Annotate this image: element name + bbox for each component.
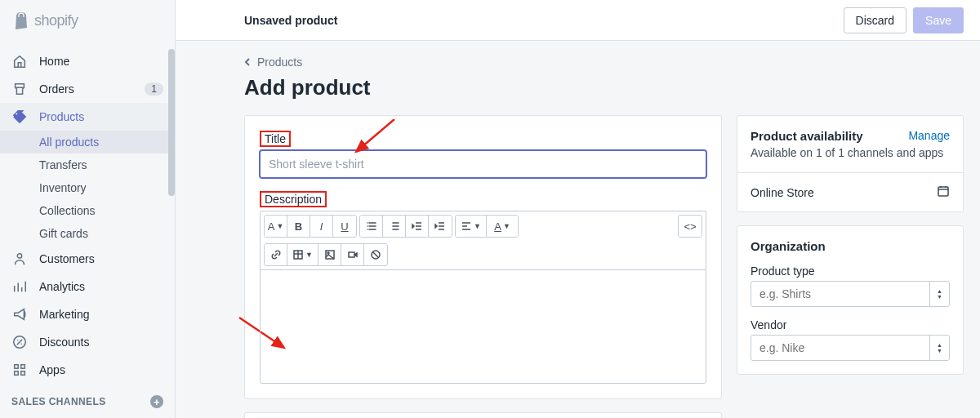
- availability-card: Product availability Manage Available on…: [737, 115, 964, 212]
- channel-label: Online Store: [751, 186, 814, 199]
- svg-rect-6: [21, 371, 25, 376]
- sales-channels-header: SALES CHANNELS +: [0, 384, 175, 413]
- orders-icon: [11, 81, 28, 97]
- subnav-all-products[interactable]: All products: [0, 131, 175, 153]
- side-column: Product availability Manage Available on…: [737, 115, 964, 418]
- shopify-bag-icon: [13, 11, 29, 29]
- rte-bullet-list-button[interactable]: [360, 216, 383, 237]
- add-channel-button[interactable]: +: [150, 395, 163, 408]
- description-group: Description A▼ B I U: [260, 191, 706, 384]
- rte-outdent-button[interactable]: [406, 216, 429, 237]
- rte-align-dropdown[interactable]: ▼: [456, 216, 487, 237]
- rte-number-list-button[interactable]: [383, 216, 406, 237]
- nav-label: Orders: [39, 82, 133, 96]
- next-card-stub: [244, 412, 722, 418]
- main: Unsaved product Discard Save Products Ad…: [176, 0, 980, 418]
- svg-point-1: [17, 254, 21, 258]
- nav-online-store[interactable]: Online Store: [0, 413, 175, 418]
- nav-customers[interactable]: Customers: [0, 245, 175, 273]
- topbar: Unsaved product Discard Save: [176, 0, 980, 41]
- brand-text: shopify: [34, 12, 78, 29]
- customers-icon: [11, 251, 28, 267]
- svg-point-0: [16, 113, 18, 115]
- svg-point-10: [327, 252, 329, 254]
- rte-html-button[interactable]: <>: [679, 216, 702, 237]
- nav-label: Analytics: [39, 280, 163, 293]
- availability-title: Product availability: [751, 129, 863, 143]
- title-description-card: Title Description A▼ B: [244, 115, 722, 399]
- calendar-icon[interactable]: [937, 185, 950, 200]
- marketing-icon: [11, 306, 28, 322]
- unsaved-indicator: Unsaved product: [244, 14, 337, 27]
- availability-subtext: Available on 1 of 1 channels and apps: [751, 146, 950, 159]
- nav-orders[interactable]: Orders 1: [0, 75, 175, 103]
- nav-label: Apps: [39, 363, 163, 376]
- topbar-actions: Discard Save: [844, 7, 964, 33]
- apps-icon: [11, 362, 28, 378]
- nav-marketing[interactable]: Marketing: [0, 300, 175, 328]
- section-header-label: SALES CHANNELS: [11, 396, 106, 407]
- rte-table-dropdown[interactable]: ▼: [287, 244, 318, 265]
- nav-products[interactable]: Products: [0, 103, 175, 131]
- nav-apps[interactable]: Apps: [0, 356, 175, 384]
- analytics-icon: [11, 278, 28, 295]
- rte-color-dropdown[interactable]: A▼: [487, 216, 518, 237]
- nav-label: Marketing: [39, 308, 163, 321]
- subnav-transfers[interactable]: Transfers: [0, 153, 175, 176]
- orders-badge: 1: [145, 82, 163, 96]
- rte-bold-button[interactable]: B: [287, 216, 310, 237]
- svg-rect-5: [15, 371, 19, 376]
- organization-title: Organization: [751, 239, 950, 253]
- rte-italic-button[interactable]: I: [310, 216, 333, 237]
- product-type-input[interactable]: [751, 281, 950, 307]
- sidebar-scrollbar[interactable]: [168, 49, 175, 196]
- breadcrumb-back[interactable]: Products: [244, 56, 964, 69]
- sidebar: shopify Home Orders 1 Products All produ…: [0, 0, 176, 418]
- discard-button[interactable]: Discard: [844, 7, 906, 33]
- products-icon: [11, 109, 28, 125]
- nav-label: Customers: [39, 252, 163, 265]
- home-icon: [11, 53, 28, 69]
- page-title: Add product: [244, 75, 964, 100]
- nav-label: Discounts: [39, 336, 163, 349]
- rte-format-dropdown[interactable]: A▼: [265, 216, 287, 237]
- manage-availability-link[interactable]: Manage: [908, 129, 950, 142]
- vendor-input[interactable]: [751, 335, 950, 361]
- rte-video-button[interactable]: [341, 244, 364, 265]
- organization-card: Organization Product type ▲▼ Vendor: [737, 225, 964, 375]
- rich-text-toolbar: A▼ B I U: [260, 211, 706, 269]
- breadcrumb-label: Products: [257, 56, 302, 69]
- description-label: Description: [260, 191, 327, 207]
- vendor-label: Vendor: [751, 318, 950, 331]
- product-type-label: Product type: [751, 265, 950, 278]
- rte-underline-button[interactable]: U: [333, 216, 356, 237]
- rte-clear-format-button[interactable]: [364, 244, 387, 265]
- chevron-left-icon: [244, 58, 252, 66]
- description-editor[interactable]: [260, 269, 706, 384]
- app-root: shopify Home Orders 1 Products All produ…: [0, 0, 980, 418]
- svg-rect-13: [938, 187, 948, 196]
- rte-image-button[interactable]: [318, 244, 341, 265]
- vendor-stepper[interactable]: ▲▼: [929, 336, 949, 360]
- rte-indent-button[interactable]: [429, 216, 452, 237]
- svg-rect-4: [21, 365, 25, 369]
- subnav-collections[interactable]: Collections: [0, 199, 175, 222]
- product-type-stepper[interactable]: ▲▼: [929, 282, 949, 306]
- discounts-icon: [11, 334, 28, 350]
- layout: Title Description A▼ B: [244, 115, 964, 418]
- svg-rect-3: [15, 365, 19, 369]
- save-button[interactable]: Save: [913, 7, 964, 33]
- rte-link-button[interactable]: [265, 244, 287, 265]
- products-subnav: All products Transfers Inventory Collect…: [0, 131, 175, 245]
- nav-label: Products: [39, 110, 163, 123]
- primary-nav: Home Orders 1 Products All products Tran…: [0, 41, 175, 418]
- brand-logo[interactable]: shopify: [0, 0, 175, 41]
- title-input[interactable]: [260, 150, 706, 178]
- subnav-gift-cards[interactable]: Gift cards: [0, 222, 175, 245]
- nav-discounts[interactable]: Discounts: [0, 328, 175, 356]
- subnav-inventory[interactable]: Inventory: [0, 176, 175, 199]
- nav-home[interactable]: Home: [0, 47, 175, 75]
- nav-label: Home: [39, 55, 163, 68]
- nav-analytics[interactable]: Analytics: [0, 273, 175, 300]
- main-column: Title Description A▼ B: [244, 115, 722, 418]
